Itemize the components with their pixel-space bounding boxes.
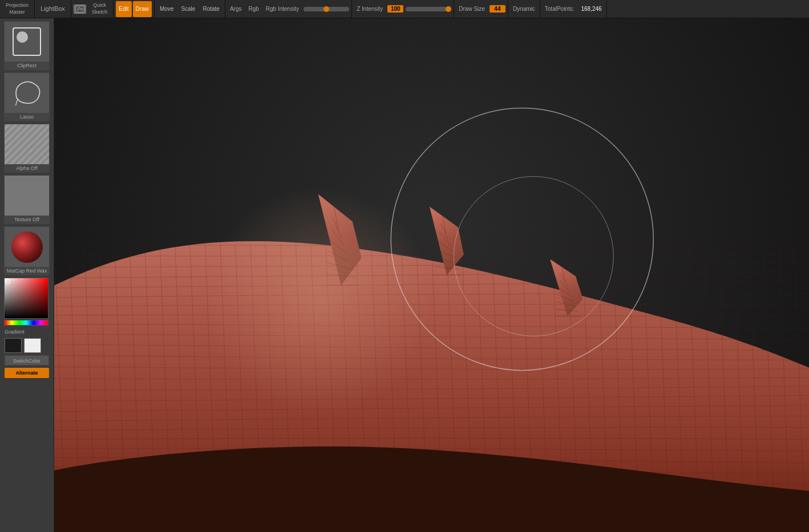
z-intensity-label: Z Intensity [354,6,385,12]
alpha-label: Alpha Off [5,164,49,172]
draw-button[interactable]: Draw [133,1,152,17]
alpha-preview [5,124,49,164]
alternate-button[interactable]: Alternate [5,368,49,378]
total-points-value: 168,246 [579,6,604,12]
toolbar: Projection Master LightBox Quick Sketch … [0,0,809,18]
alpha-thumb[interactable]: Alpha Off [4,124,50,173]
svg-line-3 [82,9,83,10]
texture-thumb[interactable]: Texture Off [4,175,50,224]
color-picker[interactable] [4,278,48,319]
rgb-label: Rgb [246,6,261,12]
matcap-label: MatCap Red Wax [5,267,49,275]
switch-color-button[interactable]: SwitchColor [5,355,49,366]
left-panel: ClipRect Lasso Alpha Off Texture Off Mat… [0,18,54,532]
svg-line-1 [77,7,79,11]
total-points-label: TotalPoints: [543,6,577,12]
dynamic-section: Dynamic [508,0,540,18]
projection-master-section: Projection Master [0,0,35,18]
lasso-icon [11,77,43,109]
rgb-intensity-slider[interactable] [304,7,349,11]
z-intensity-value[interactable]: 100 [387,5,403,13]
gradient-label: Gradient [5,328,49,336]
zbrush-canvas[interactable] [54,18,809,532]
color-gradient [5,278,48,318]
lasso-label: Lasso [5,113,49,121]
z-intensity-section: Z Intensity 100 [352,0,454,18]
quick-sketch-section: Quick Sketch [71,0,114,18]
scale-button[interactable]: Scale [178,1,198,17]
matcap-thumb[interactable]: MatCap Red Wax [4,226,50,275]
z-intensity-slider[interactable] [406,7,451,11]
rgb-intensity-label: Rgb Intensity [264,6,301,12]
svg-rect-0 [75,6,84,13]
lightbox-section: LightBox [35,0,71,18]
texture-preview [5,176,49,216]
args-label: Args [228,6,244,12]
move-button[interactable]: Move [157,1,176,17]
matcap-sphere [11,232,43,263]
lightbox-button[interactable]: LightBox [37,5,68,12]
draw-size-section: Draw Size 44 [454,0,508,18]
transform-section: Move Scale Rotate [155,0,225,18]
matcap-preview [5,227,49,267]
hue-slider[interactable] [4,320,48,326]
dynamic-label: Dynamic [511,6,537,12]
cliprect-preview [5,22,49,62]
canvas-area [54,18,809,532]
quick-sketch-button[interactable]: Quick Sketch [88,2,111,15]
cliprect-icon [13,27,41,56]
color-marker [6,279,10,284]
edit-button[interactable]: Edit [116,1,131,17]
total-points-section: TotalPoints: 168,246 [540,0,607,18]
rotate-button[interactable]: Rotate [200,1,222,17]
swatch-white[interactable] [24,338,41,353]
cliprect-label: ClipRect [5,62,49,70]
draw-size-label: Draw Size [456,6,487,12]
swatch-black[interactable] [5,338,22,353]
color-picker-container [4,278,50,326]
svg-line-2 [79,7,82,10]
lasso-thumb[interactable]: Lasso [4,72,50,121]
lasso-preview [5,73,49,113]
args-rgb-section: Args Rgb Rgb Intensity [225,0,352,18]
texture-label: Texture Off [5,216,49,224]
cliprect-thumb[interactable]: ClipRect [4,21,50,70]
edit-draw-section: Edit Draw [114,0,155,18]
projection-master-button[interactable]: Projection Master [2,2,32,15]
quick-sketch-icon [74,5,86,14]
draw-size-value[interactable]: 44 [490,5,505,13]
gradient-swatches [5,338,49,353]
